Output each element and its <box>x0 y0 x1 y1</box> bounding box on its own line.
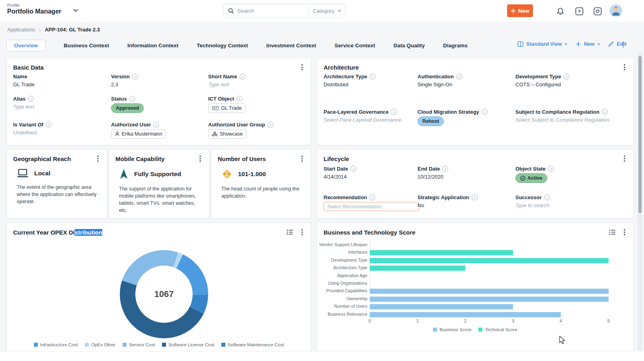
legend-swatch <box>162 343 166 347</box>
tab-business-context[interactable]: Business Context <box>64 43 109 49</box>
tab-overview[interactable]: Overview <box>6 40 45 51</box>
info-icon[interactable]: i <box>236 96 242 102</box>
kebab-menu-icon[interactable] <box>621 64 628 71</box>
info-icon[interactable]: i <box>472 194 478 200</box>
field-placeholder[interactable]: Select Pace-Layered Governance. <box>324 117 418 123</box>
info-icon[interactable]: i <box>602 109 608 115</box>
field-placeholder[interactable]: Type text <box>13 104 111 110</box>
field-label: Version <box>111 74 130 80</box>
tab-technology-context[interactable]: Technology Context <box>197 43 248 49</box>
breadcrumb-applications[interactable]: Applications <box>7 27 35 33</box>
opex-legend: Infrastructure CostOpEx OtherService Cos… <box>7 342 311 347</box>
info-icon[interactable]: i <box>564 74 570 80</box>
kebab-menu-icon[interactable] <box>621 155 628 162</box>
card-title: Geographical Reach <box>7 149 107 162</box>
info-icon[interactable]: i <box>456 74 462 80</box>
score-bar[interactable] <box>370 258 609 263</box>
field-label: Authorized User <box>111 122 151 128</box>
vertical-scrollbar[interactable] <box>638 53 642 351</box>
authorized-user-chip[interactable]: Erika Mustermann <box>111 129 166 139</box>
plus-icon <box>511 8 516 14</box>
chip-label: Erika Mustermann <box>122 131 162 137</box>
legend-item[interactable]: Technical Score <box>478 327 517 332</box>
legend-item[interactable]: Software License Cost <box>162 342 214 347</box>
object-state-badge[interactable]: Active <box>515 173 547 183</box>
info-icon[interactable]: i <box>28 96 34 102</box>
info-icon[interactable]: i <box>132 74 138 80</box>
field-placeholder[interactable]: Type text <box>208 82 304 87</box>
status-badge[interactable]: Approved <box>111 103 144 113</box>
profile-switcher[interactable]: Profile Portfolio Manager <box>7 3 61 15</box>
field-placeholder[interactable]: Select Subject to Compliance Regulation. <box>515 117 627 123</box>
info-icon[interactable]: i <box>46 122 52 128</box>
search-category-select[interactable]: Category <box>309 8 345 14</box>
scrollbar-thumb[interactable] <box>638 56 642 213</box>
field-placeholder[interactable]: Type to search. <box>515 202 627 208</box>
chevron-down-icon[interactable] <box>72 7 79 15</box>
score-bar[interactable] <box>370 304 513 309</box>
info-icon[interactable]: i <box>548 166 554 172</box>
metric-description: The extent of the geographic area where … <box>17 184 100 205</box>
profile-label: Profile <box>7 3 61 8</box>
ict-object-chip[interactable]: ICT GL Trade <box>208 103 246 113</box>
kebab-menu-icon[interactable] <box>197 155 203 162</box>
info-icon[interactable]: i <box>370 74 376 80</box>
info-icon[interactable]: i <box>544 194 550 200</box>
kebab-menu-icon[interactable] <box>95 155 101 162</box>
help-icon[interactable]: ? <box>574 6 584 16</box>
tab-service-context[interactable]: Service Context <box>334 43 375 49</box>
chart-list-icon[interactable] <box>287 229 293 237</box>
info-icon[interactable]: i <box>482 109 488 115</box>
notifications-bell-icon[interactable] <box>556 6 565 16</box>
chevron-right-icon: › <box>39 27 41 33</box>
tab-investment-context[interactable]: Investment Context <box>266 43 316 49</box>
info-icon[interactable]: i <box>442 166 448 172</box>
field-value: COTS – Configured <box>515 82 627 87</box>
favorites-heart-icon[interactable] <box>593 6 602 16</box>
new-button[interactable]: New <box>507 4 533 17</box>
standard-view-button[interactable]: Standard View ▾ <box>517 41 567 47</box>
score-bar[interactable] <box>370 289 609 294</box>
legend-item[interactable]: Business Score <box>433 327 471 332</box>
kebab-menu-icon[interactable] <box>299 229 305 236</box>
score-bar[interactable] <box>370 250 513 255</box>
legend-item[interactable]: Software Maintenance Cost <box>221 342 284 347</box>
opex-donut[interactable]: 1067 <box>120 250 208 338</box>
field-label: Authorized User Group <box>208 122 265 128</box>
category-label: Number of Users <box>317 304 367 309</box>
legend-item[interactable]: Infrastructure Cost <box>34 342 78 347</box>
tab-data-quality[interactable]: Data Quality <box>393 43 425 49</box>
toolbar-new-button[interactable]: New ▾ <box>576 41 599 47</box>
info-icon[interactable]: i <box>267 122 273 128</box>
toolbar-kebab-icon[interactable] <box>623 41 624 49</box>
legend-item[interactable]: OpEx Other <box>85 342 115 347</box>
info-icon[interactable]: i <box>153 122 159 128</box>
score-bar[interactable] <box>370 312 561 317</box>
kebab-menu-icon[interactable] <box>299 64 305 71</box>
field-successor: Successori Type to search. <box>515 194 627 218</box>
field-strategic-application: Strategic Applicationi No <box>418 194 515 218</box>
search-input[interactable] <box>236 8 308 14</box>
tab-diagrams[interactable]: Diagrams <box>443 43 468 49</box>
recommendation-input[interactable] <box>324 202 419 211</box>
info-icon[interactable]: i <box>129 96 135 102</box>
info-icon[interactable]: i <box>391 109 397 115</box>
info-icon[interactable]: i <box>350 166 356 172</box>
badge-label: Active <box>527 175 543 181</box>
field-label: Is Variant Of <box>13 122 43 128</box>
field-authentication: Authenticationi Single Sign-On <box>418 74 515 109</box>
score-bar[interactable] <box>370 297 609 302</box>
info-icon[interactable]: i <box>240 74 246 80</box>
tab-information-context[interactable]: Information Context <box>127 43 178 49</box>
user-avatar[interactable] <box>610 4 622 17</box>
field-placeholder[interactable]: Undefined <box>13 130 111 136</box>
info-icon[interactable]: i <box>369 194 375 200</box>
score-bar[interactable] <box>370 266 465 271</box>
field-name: Name GL Trade <box>13 74 111 96</box>
lifecycle-card: Lifecycle Start Datei 4/14/2014 End Date… <box>317 149 634 219</box>
authorized-user-group-chip[interactable]: Showcase <box>208 129 247 139</box>
legend-item[interactable]: Service Cost <box>123 342 155 347</box>
donut-total: 1067 <box>154 289 174 299</box>
cloud-migration-badge[interactable]: Rehost <box>418 116 444 126</box>
kebab-menu-icon[interactable] <box>299 155 305 162</box>
